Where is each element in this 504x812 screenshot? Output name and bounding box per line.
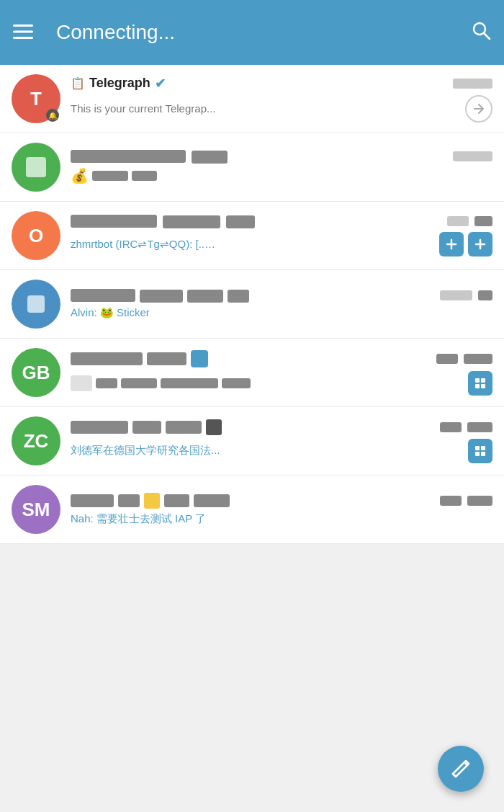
chat-preview: zhmrtbot (IRC⇌Tg⇌QQ): [..… — [71, 238, 215, 251]
chat-time — [447, 216, 469, 226]
chat-header — [71, 150, 492, 164]
svg-rect-2 — [13, 37, 33, 39]
chat-list: T 🔔 📋 Telegraph ✔ This is your c — [0, 65, 504, 544]
svg-rect-1 — [13, 30, 33, 32]
chat-name-blurred — [71, 421, 128, 434]
svg-rect-0 — [13, 24, 33, 27]
chat-header — [71, 215, 492, 228]
compose-button[interactable] — [438, 746, 484, 792]
chat-content: Alvin: 🐸 Sticker — [71, 289, 492, 319]
avatar — [12, 143, 60, 192]
avatar: T 🔔 — [12, 74, 60, 123]
avatar: GB — [12, 348, 60, 397]
search-icon[interactable] — [471, 20, 491, 45]
svg-rect-11 — [475, 452, 480, 456]
svg-rect-5 — [475, 378, 480, 383]
chat-header — [71, 289, 492, 303]
top-bar: Connecting... — [0, 0, 504, 65]
chat-item-telegraph[interactable]: T 🔔 📋 Telegraph ✔ This is your c — [0, 65, 504, 133]
chat-name-blurred — [71, 289, 135, 302]
avatar — [12, 280, 60, 329]
chat-preview: This is your current Telegrap... — [71, 102, 215, 115]
notification-icon: 🔔 — [46, 109, 59, 122]
action-icon — [468, 439, 492, 463]
svg-rect-12 — [481, 452, 485, 456]
chat-content: 💰 — [71, 150, 492, 184]
chat-name-blurred — [71, 150, 186, 163]
chat-preview-row: 💰 — [71, 167, 492, 184]
chat-name-blurred — [71, 215, 157, 228]
chat-preview-row — [71, 371, 492, 396]
chat-item-6[interactable]: ZC — [0, 407, 504, 476]
action-icon — [468, 371, 492, 396]
svg-rect-8 — [481, 384, 485, 388]
svg-line-4 — [484, 33, 490, 39]
chat-item-4[interactable]: Alvin: 🐸 Sticker — [0, 270, 504, 339]
chat-item-5[interactable]: GB — [0, 339, 504, 407]
chat-name-blurred — [71, 352, 143, 365]
chat-content: Nah: 需要壮士去测试 IAP 了 — [71, 493, 492, 526]
verified-icon: ✔ — [155, 76, 166, 92]
chat-time — [453, 151, 492, 161]
chat-item-2[interactable]: 💰 — [0, 133, 504, 202]
chat-preview: Nah: 需要壮士去测试 IAP 了 — [71, 512, 206, 526]
chat-item-3[interactable]: O zhmrtbot (IRC⇌Tg⇌QQ) — [0, 202, 504, 270]
avatar: ZC — [12, 416, 60, 465]
svg-rect-6 — [481, 378, 485, 383]
chat-content: 📋 Telegraph ✔ This is your current Teleg… — [71, 76, 492, 122]
menu-icon[interactable] — [13, 22, 42, 44]
chat-header: 📋 Telegraph ✔ — [71, 76, 492, 92]
chat-header — [71, 419, 492, 435]
chat-time — [453, 79, 492, 89]
chat-content: zhmrtbot (IRC⇌Tg⇌QQ): [..… — [71, 215, 492, 256]
chat-preview: Alvin: 🐸 Sticker — [71, 306, 150, 319]
chat-preview: 刘德军在德国大学研究各国法... — [71, 444, 220, 458]
chat-content — [71, 350, 492, 396]
share-icon[interactable] — [465, 95, 492, 122]
chat-name-blurred — [71, 494, 114, 507]
avatar: SM — [12, 485, 60, 534]
chat-item-7[interactable]: SM — [0, 476, 504, 544]
avatar: O — [12, 211, 60, 260]
unread-icon — [439, 232, 464, 256]
svg-rect-10 — [481, 446, 485, 450]
chat-content: 刘德军在德国大学研究各国法... — [71, 419, 492, 463]
chat-name: 📋 Telegraph ✔ — [71, 76, 453, 92]
chat-header — [71, 350, 492, 367]
unread-icon-2 — [468, 232, 492, 256]
page-title: Connecting... — [42, 21, 471, 44]
chat-header — [71, 493, 492, 509]
svg-rect-7 — [475, 384, 480, 388]
chat-time — [440, 290, 472, 300]
svg-rect-9 — [475, 446, 480, 450]
